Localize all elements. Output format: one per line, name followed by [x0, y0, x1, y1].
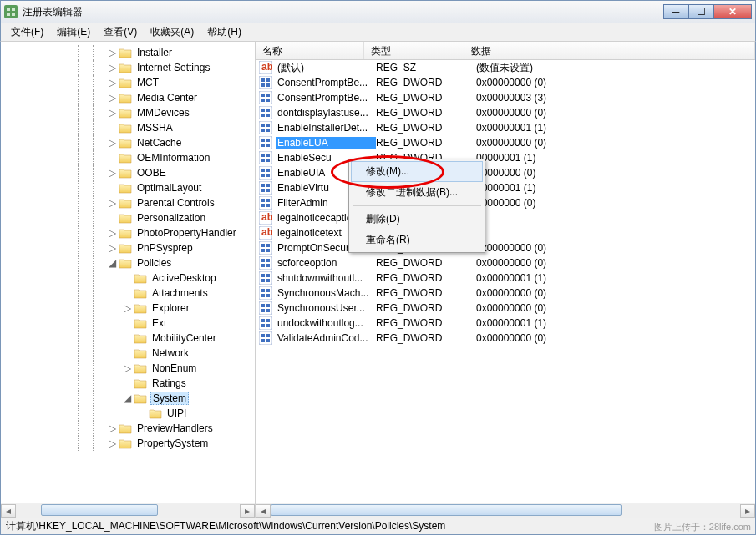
- tree-item[interactable]: Network: [1, 346, 255, 361]
- tree-item[interactable]: Ext: [1, 316, 255, 331]
- context-modify[interactable]: 修改(M)...: [351, 161, 483, 182]
- context-delete[interactable]: 删除(D): [351, 209, 483, 230]
- menu-favorites[interactable]: 收藏夹(A): [144, 23, 200, 41]
- expander-icon[interactable]: ▷: [108, 109, 117, 118]
- tree-item[interactable]: ▷OOBE: [1, 165, 255, 180]
- expander-icon[interactable]: ◢: [108, 259, 117, 268]
- scroll-left-button[interactable]: ◂: [1, 504, 16, 518]
- expander-icon[interactable]: [123, 319, 132, 328]
- tree-item[interactable]: ▷PhotoPropertyHandler: [1, 225, 255, 240]
- list-row[interactable]: EnableSecuREG_DWORD00000001 (1): [256, 150, 755, 165]
- expander-icon[interactable]: ◢: [123, 394, 132, 403]
- tree-hscrollbar[interactable]: ◂ ▸: [1, 503, 255, 518]
- expander-icon[interactable]: ▷: [108, 139, 117, 148]
- scroll-thumb[interactable]: [271, 504, 622, 516]
- list-row[interactable]: ConsentPromptBe...REG_DWORD0x00000000 (0…: [256, 75, 755, 90]
- tree-item[interactable]: MobilityCenter: [1, 331, 255, 346]
- tree-item[interactable]: OptimalLayout: [1, 180, 255, 195]
- expander-icon[interactable]: [123, 349, 132, 358]
- tree-item[interactable]: Personalization: [1, 210, 255, 225]
- expander-icon[interactable]: ▷: [108, 439, 117, 448]
- scroll-thumb[interactable]: [41, 504, 158, 516]
- expander-icon[interactable]: [123, 274, 132, 283]
- tree-item[interactable]: ▷MCT: [1, 75, 255, 90]
- expander-icon[interactable]: [123, 379, 132, 388]
- list-row[interactable]: legalnoticetextREG_SZ: [256, 225, 755, 240]
- list-row[interactable]: dontdisplaylastuse...REG_DWORD0x00000000…: [256, 105, 755, 120]
- expander-icon[interactable]: [108, 154, 117, 163]
- menu-help[interactable]: 帮助(H): [200, 23, 248, 41]
- expander-icon[interactable]: [123, 289, 132, 298]
- close-button[interactable]: ✕: [713, 4, 752, 19]
- scroll-right-button[interactable]: ▸: [240, 504, 255, 518]
- context-rename[interactable]: 重命名(R): [351, 230, 483, 250]
- list-row[interactable]: ConsentPromptBe...REG_DWORD0x00000003 (3…: [256, 90, 755, 105]
- tree-item[interactable]: ▷PropertySystem: [1, 436, 255, 451]
- list-row[interactable]: scforceoptionREG_DWORD0x00000000 (0): [256, 255, 755, 271]
- tree-item[interactable]: ▷PreviewHandlers: [1, 421, 255, 436]
- column-name[interactable]: 名称: [256, 42, 364, 59]
- tree-item[interactable]: ▷NetCache: [1, 135, 255, 150]
- minimize-button[interactable]: ─: [663, 4, 688, 19]
- list-row[interactable]: EnableLUAREG_DWORD0x00000000 (0): [256, 135, 755, 150]
- tree-item[interactable]: ▷Internet Settings: [1, 60, 255, 75]
- scroll-left-button[interactable]: ◂: [256, 504, 271, 518]
- list-row[interactable]: SynchronousMach...REG_DWORD0x00000000 (0…: [256, 286, 755, 301]
- expander-icon[interactable]: [108, 214, 117, 223]
- tree-item[interactable]: ▷Parental Controls: [1, 195, 255, 210]
- expander-icon[interactable]: ▷: [108, 199, 117, 208]
- list-row[interactable]: EnableInstallerDet...REG_DWORD0x00000001…: [256, 120, 755, 135]
- tree-item[interactable]: ActiveDesktop: [1, 271, 255, 286]
- list-row[interactable]: EnableUIA00000000 (0): [256, 165, 755, 180]
- menu-edit[interactable]: 编辑(E): [50, 23, 97, 41]
- list-row[interactable]: legalnoticecaptionREG_SZ: [256, 210, 755, 225]
- expander-icon[interactable]: [108, 184, 117, 193]
- list-body[interactable]: (默认)REG_SZ(数值未设置)ConsentPromptBe...REG_D…: [256, 60, 755, 346]
- list-row[interactable]: shutdownwithoutl...REG_DWORD0x00000001 (…: [256, 271, 755, 286]
- tree-item[interactable]: OEMInformation: [1, 150, 255, 165]
- list-row[interactable]: undockwithoutlog...REG_DWORD0x00000001 (…: [256, 316, 755, 331]
- tree-item[interactable]: ▷PnPSysprep: [1, 240, 255, 255]
- expander-icon[interactable]: [138, 409, 147, 418]
- tree-item[interactable]: ▷Media Center: [1, 90, 255, 105]
- expander-icon[interactable]: ▷: [108, 48, 117, 58]
- list-row[interactable]: (默认)REG_SZ(数值未设置): [256, 60, 755, 75]
- tree-item[interactable]: ▷MMDevices: [1, 105, 255, 120]
- column-type[interactable]: 类型: [364, 42, 464, 59]
- menu-file[interactable]: 文件(F): [4, 23, 50, 41]
- list-row[interactable]: SynchronousUser...REG_DWORD0x00000000 (0…: [256, 301, 755, 316]
- list-row[interactable]: FilterAdmin00000000 (0): [256, 195, 755, 210]
- tree-item[interactable]: Attachments: [1, 286, 255, 301]
- expander-icon[interactable]: ▷: [108, 78, 117, 88]
- tree-item[interactable]: ▷Installer: [1, 45, 255, 60]
- expander-icon[interactable]: [108, 124, 117, 133]
- column-data[interactable]: 数据: [464, 42, 755, 59]
- expander-icon[interactable]: [123, 334, 132, 343]
- scroll-track[interactable]: [271, 504, 740, 518]
- context-modify-binary[interactable]: 修改二进制数据(B)...: [351, 182, 483, 203]
- expander-icon[interactable]: ▷: [108, 94, 117, 103]
- scroll-track[interactable]: [16, 504, 240, 518]
- tree-item[interactable]: ▷NonEnum: [1, 361, 255, 376]
- tree-item[interactable]: UIPI: [1, 406, 255, 421]
- list-row[interactable]: EnableVirtu00000001 (1): [256, 180, 755, 195]
- expander-icon[interactable]: ▷: [108, 229, 117, 238]
- maximize-button[interactable]: ☐: [688, 4, 713, 19]
- expander-icon[interactable]: ▷: [123, 304, 132, 313]
- expander-icon[interactable]: ▷: [108, 169, 117, 178]
- expander-icon[interactable]: ▷: [108, 63, 117, 73]
- expander-icon[interactable]: ▷: [123, 364, 132, 373]
- expander-icon[interactable]: ▷: [108, 424, 117, 433]
- list-hscrollbar[interactable]: ◂ ▸: [256, 503, 755, 518]
- tree-content[interactable]: ▷Installer▷Internet Settings▷MCT▷Media C…: [1, 42, 255, 503]
- list-row[interactable]: PromptOnSecureD...REG_DWORD0x00000000 (0…: [256, 240, 755, 255]
- scroll-right-button[interactable]: ▸: [740, 504, 755, 518]
- list-row[interactable]: ValidateAdminCod...REG_DWORD0x00000000 (…: [256, 331, 755, 346]
- tree-item[interactable]: ◢System: [1, 391, 255, 406]
- expander-icon[interactable]: ▷: [108, 244, 117, 253]
- tree-item[interactable]: ◢Policies: [1, 255, 255, 271]
- menu-view[interactable]: 查看(V): [97, 23, 144, 41]
- tree-item[interactable]: Ratings: [1, 376, 255, 391]
- tree-item[interactable]: MSSHA: [1, 120, 255, 135]
- tree-item[interactable]: ▷Explorer: [1, 301, 255, 316]
